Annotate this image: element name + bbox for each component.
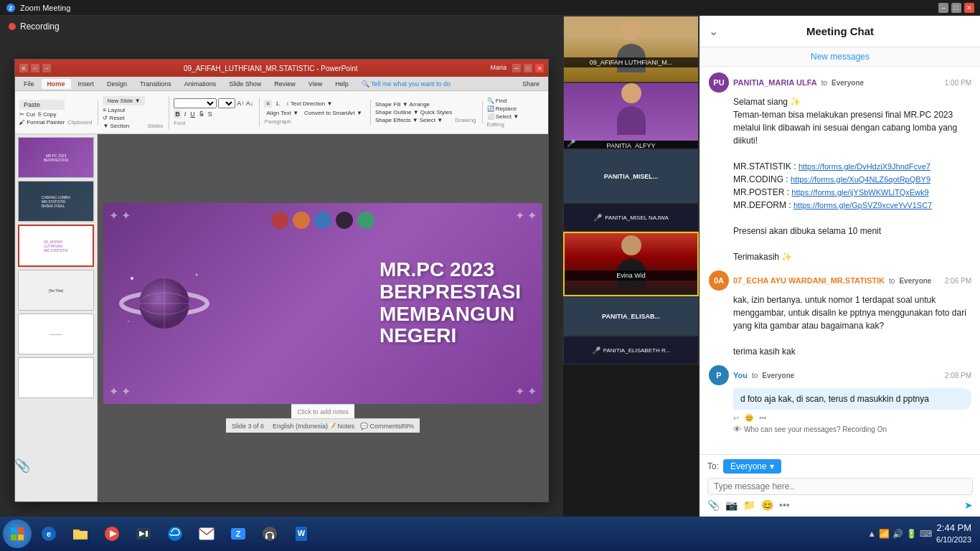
tab-file[interactable]: File [18,79,40,89]
chat-send-btn[interactable]: ➤ [964,499,973,511]
tab-home[interactable]: Home [42,79,71,89]
shape-effects-btn[interactable]: Shape Effects ▼ [375,117,418,123]
chat-attach-btn[interactable]: 📎 [707,499,720,511]
taskbar-media-icon[interactable] [98,519,126,548]
shape-outline-btn[interactable]: Shape Outline ▼ [375,109,419,116]
decrease-font-btn[interactable]: A↓ [246,100,254,107]
comments-btn[interactable]: 💬 Comments [360,423,401,430]
shadow-btn[interactable]: S [207,110,214,118]
format-painter-btn[interactable]: 🖌 Format Painter [19,119,65,126]
video-tile-1[interactable]: 09_AFIFAH LUTHFIANI_M... [563,16,699,83]
start-button[interactable] [3,519,32,548]
slide-thumb-6[interactable]: 6 [18,357,94,398]
chat-collapse-btn[interactable]: ⌄ [709,24,718,38]
tab-animations[interactable]: Animations [179,79,222,89]
link-poster[interactable]: https://forms.gle/ijYSbWKWLiTQxEwk9 [791,188,928,197]
reset-btn[interactable]: ↺ Reset [103,115,144,121]
new-slide-btn[interactable]: New Slide ▼ [103,96,144,105]
maximize-button[interactable]: □ [951,3,961,13]
ppt-forward-btn[interactable]: → [42,64,51,72]
bold-btn[interactable]: B [174,110,182,118]
battery-icon[interactable]: 🔋 [906,529,917,539]
slide-thumb-5[interactable]: 5 ───── [18,314,94,354]
video-tile-3[interactable]: PANITIA_MISEL... [563,149,699,203]
replace-btn[interactable]: 🔄 Replace [487,105,519,112]
link-coding[interactable]: https://forms.gle/XuQ4NLZ6qotRpQBY9 [791,175,930,184]
taskbar-skip-icon[interactable] [129,519,158,548]
select-all-btn[interactable]: ⬜ Select ▼ [487,113,519,120]
video-tile-5[interactable]: Evina Wid [563,232,699,296]
underline-btn[interactable]: U [189,110,197,118]
ppt-menu-btn[interactable]: ≡ [19,64,28,72]
bullet-btn[interactable]: ≡ [264,100,272,108]
tab-tell-me[interactable]: 🔍 Tell me what you want to do [356,79,456,89]
video-tile-7[interactable]: 🎤 PANITIA_ELISABETH R... [563,336,699,364]
number-btn[interactable]: 1. [273,100,283,108]
react-reply-btn[interactable]: ↩ [733,414,739,422]
select-btn[interactable]: Select ▼ [420,117,443,123]
video-tile-2[interactable]: 🎤 PANITIA_ALFYY [563,83,699,149]
video-tile-6[interactable]: PANITIA_ELISAB... [563,296,699,336]
slide-thumb-3[interactable]: 3 09_AFIFAHLUTHFIANIMR.STATISTIK [18,225,94,267]
taskbar-zoom-icon[interactable]: Z [224,519,253,548]
font-family-select[interactable] [174,98,217,108]
taskbar-headphone-icon[interactable] [255,519,284,548]
cut-btn[interactable]: ✂ Cut [19,111,35,118]
copy-btn[interactable]: ⎘ Copy [38,111,57,118]
tray-arrow-icon[interactable]: ▲ [867,529,876,539]
ppt-back-btn[interactable]: ← [31,64,39,72]
chat-message-input[interactable] [714,481,966,491]
taskbar-ie-icon[interactable]: e [34,519,63,548]
font-size-select[interactable] [218,98,235,108]
system-clock[interactable]: 2:44 PM 6/10/2023 [936,522,971,545]
section-btn[interactable]: ▼ Section [103,123,144,129]
minimize-button[interactable]: ─ [938,3,948,13]
taskbar-edge-icon[interactable] [161,519,189,548]
attachment-icon[interactable]: 📎 [14,458,30,474]
tab-share[interactable]: Share [517,79,545,89]
tab-design[interactable]: Design [101,79,133,89]
react-emoji-btn[interactable]: 😊 [745,414,753,422]
increase-font-btn[interactable]: A↑ [237,100,245,107]
chat-screenshot-btn[interactable]: 📷 [725,499,738,511]
ppt-notes[interactable]: Click to add notes [291,404,354,418]
chat-more-btn[interactable]: ••• [779,499,790,511]
strikethrough-btn[interactable]: S̶ [198,110,205,118]
ppt-max-btn[interactable]: □ [524,64,532,72]
chat-to-everyone-btn[interactable]: Everyone ▾ [723,459,781,474]
align-text-btn[interactable]: Align Text ▼ [264,109,301,117]
layout-btn[interactable]: ≡ Layout [103,107,144,113]
slide-thumb-2[interactable]: 2 CABANG LOMBAMR.STATISTIKBABAK FINAL [18,181,94,222]
find-btn[interactable]: 🔍 Find [487,98,519,104]
tab-review[interactable]: Review [268,79,301,89]
chat-file-btn[interactable]: 📁 [743,499,755,511]
chat-emoji-btn[interactable]: 😊 [761,499,773,511]
react-more-btn[interactable]: ••• [759,414,767,422]
text-direction-btn[interactable]: ↕ Text Direction ▼ [284,100,335,108]
keyboard-icon[interactable]: ⌨ [920,529,932,539]
arrange-btn[interactable]: Arrange [410,101,430,108]
link-deform[interactable]: https://forms.gle/GpSVZ9xcveYvV1SC7 [793,201,932,209]
network-icon[interactable]: 📶 [879,529,890,539]
slide-thumb-4[interactable]: 4 [No Title] [18,270,94,311]
close-button[interactable]: ✕ [964,3,974,13]
tab-insert[interactable]: Insert [72,79,100,89]
quick-styles-btn[interactable]: Quick Styles [420,109,452,116]
volume-icon[interactable]: 🔊 [892,529,903,539]
tab-help[interactable]: Help [329,79,354,89]
taskbar-gmail-icon[interactable] [192,519,221,548]
tab-slideshow[interactable]: Slide Show [223,79,267,89]
ppt-min-btn[interactable]: ─ [512,64,521,72]
convert-smartart-btn[interactable]: Convert to SmartArt ▼ [302,109,364,117]
paste-btn[interactable]: Paste [19,100,65,110]
tab-transitions[interactable]: Transitions [134,79,177,89]
tab-view[interactable]: View [303,79,328,89]
notes-btn[interactable]: 📝 Notes [328,423,354,430]
taskbar-folder-icon[interactable] [66,519,95,548]
taskbar-word-icon[interactable]: W [287,519,316,548]
shape-fill-btn[interactable]: Shape Fill ▼ [375,101,408,108]
italic-btn[interactable]: I [183,110,188,118]
slide-thumb-1[interactable]: 1 MR.PC 2023BERPRESTASI [18,137,94,178]
video-tile-4[interactable]: 🎤 PANITIA_MISEL NAJWA [563,203,699,232]
ppt-close-btn[interactable]: ✕ [535,64,544,72]
